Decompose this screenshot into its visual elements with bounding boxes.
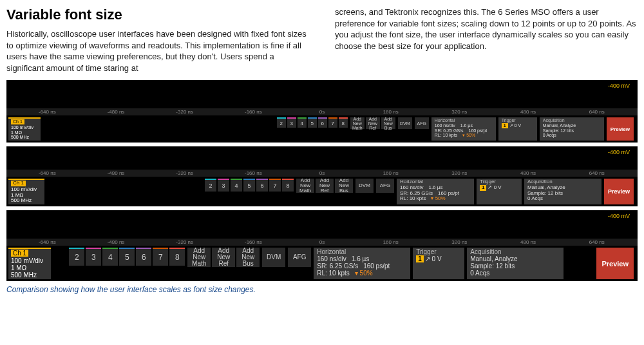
bottom-bar: Ch 1 100 mV/div 1 MΩ 500 MHz 2345678 Add… (6, 246, 638, 281)
add-new-ref-button[interactable]: AddNewRef (212, 248, 235, 267)
dvm-button[interactable]: DVM (398, 117, 412, 129)
trigger-info[interactable]: Trigger 1↗ 0 V (477, 179, 522, 204)
add-new-ref-button[interactable]: AddNewRef (316, 179, 334, 193)
trigger-info[interactable]: Trigger 1↗ 0 V (498, 117, 537, 141)
channel-8-button[interactable]: 8 (169, 248, 185, 266)
add-new-buttons: AddNewMathAddNewRefAddNewBus (296, 179, 353, 204)
afg-button[interactable]: AFG (415, 117, 429, 129)
afg-button[interactable]: AFG (288, 248, 311, 267)
channel-5-button[interactable]: 5 (119, 248, 135, 266)
channel-3-button[interactable]: 3 (86, 248, 101, 266)
trigger-info[interactable]: Trigger 1↗ 0 V (413, 248, 464, 279)
intro-para-left: Historically, oscilloscope user interfac… (6, 28, 309, 74)
acquisition-info[interactable]: Acquisition Manual, Analyze Sample: 12 b… (540, 117, 604, 141)
preview-button[interactable]: Preview (607, 117, 634, 141)
add-new-math-button[interactable]: AddNewMath (296, 179, 314, 193)
channel-8-button[interactable]: 8 (339, 117, 348, 128)
add-new-buttons: AddNewMathAddNewRefAddNewBus (187, 248, 260, 279)
inactive-channel-buttons: 2345678 (69, 248, 185, 279)
channel-2-button[interactable]: 2 (205, 179, 216, 192)
afg-button[interactable]: AFG (376, 179, 394, 193)
horizontal-info[interactable]: Horizontal 160 ns/div1.6 µs SR: 6.25 GS/… (314, 248, 410, 279)
channel-7-button[interactable]: 7 (153, 248, 168, 266)
channel-2-button[interactable]: 2 (69, 248, 84, 266)
dvm-button[interactable]: DVM (262, 248, 285, 267)
add-new-bus-button[interactable]: AddNewBus (236, 248, 260, 267)
waveform-area[interactable]: -400 mV (6, 80, 638, 108)
channel-5-button[interactable]: 5 (243, 179, 255, 192)
channel-4-button[interactable]: 4 (298, 117, 307, 128)
time-axis: -640 ns-480 ns-320 ns-160 ns0s160 ns320 … (6, 170, 638, 177)
inactive-channel-buttons: 2345678 (205, 179, 294, 204)
add-new-bus-button[interactable]: AddNewBus (335, 179, 353, 193)
channel-3-button[interactable]: 3 (287, 117, 296, 128)
channel-6-button[interactable]: 6 (318, 117, 327, 128)
waveform-area[interactable]: -400 mV (6, 146, 638, 170)
channel-6-button[interactable]: 6 (256, 179, 268, 192)
add-new-buttons: AddNewMathAddNewRefAddNewBus (350, 117, 395, 141)
channel-4-button[interactable]: 4 (231, 179, 242, 192)
channel-7-button[interactable]: 7 (328, 117, 337, 128)
cursor-readout: -400 mV (608, 213, 630, 219)
channel-tile-ch1[interactable]: Ch 1 100 mV/div 1 MΩ 500 MHz (8, 117, 41, 141)
channel-5-button[interactable]: 5 (308, 117, 317, 128)
add-new-ref-button[interactable]: AddNewRef (366, 117, 380, 129)
add-new-math-button[interactable]: AddNewMath (187, 248, 211, 267)
channel-3-button[interactable]: 3 (218, 179, 229, 192)
channel-6-button[interactable]: 6 (136, 248, 151, 266)
heading: Variable font size (6, 6, 309, 23)
acquisition-info[interactable]: Acquisition Manual, Analyze Sample: 12 b… (467, 248, 564, 279)
cursor-readout: -400 mV (608, 83, 630, 89)
scope-screenshot-12pt: 12 POINT -400 mV -640 ns-480 ns-320 ns-1… (6, 80, 638, 143)
figure-caption: Comparison showing how the user interfac… (6, 285, 638, 294)
scope-screenshot-20pt: 20 POINT -400 mV -640 ns-480 ns-320 ns-1… (6, 210, 638, 281)
horizontal-info[interactable]: Horizontal 160 ns/div1.6 µs SR: 6.25 GS/… (431, 117, 496, 141)
channel-2-button[interactable]: 2 (277, 117, 286, 128)
channel-4-button[interactable]: 4 (102, 248, 118, 266)
intro-para-right: screens, and Tektronix recognizes this. … (335, 6, 638, 52)
bottom-bar: Ch 1 100 mV/div 1 MΩ 500 MHz 2345678 Add… (6, 115, 638, 143)
time-axis: -640 ns-480 ns-320 ns-160 ns0s160 ns320 … (6, 239, 638, 246)
waveform-area[interactable]: -400 mV (6, 210, 638, 239)
scope-screenshot-default: DEFAULT -400 mV -640 ns-480 ns-320 ns-16… (6, 146, 638, 206)
add-new-math-button[interactable]: AddNewMath (350, 117, 365, 129)
time-axis: -640 ns-480 ns-320 ns-160 ns0s160 ns320 … (6, 108, 638, 115)
inactive-channel-buttons: 2345678 (277, 117, 348, 141)
channel-tile-ch1[interactable]: Ch 1 100 mV/div 1 MΩ 500 MHz (8, 179, 44, 204)
preview-button[interactable]: Preview (596, 248, 634, 279)
preview-button[interactable]: Preview (604, 179, 634, 204)
add-new-bus-button[interactable]: AddNewBus (381, 117, 395, 129)
intro-text-block: Variable font size Historically, oscillo… (6, 6, 638, 74)
cursor-readout: -400 mV (608, 149, 630, 155)
channel-tile-ch1[interactable]: Ch 1 100 mV/div 1 MΩ 500 MHz (8, 248, 51, 279)
channel-7-button[interactable]: 7 (269, 179, 281, 192)
bottom-bar: Ch 1 100 mV/div 1 MΩ 500 MHz 2345678 Add… (6, 177, 638, 206)
dvm-button[interactable]: DVM (355, 179, 374, 193)
channel-8-button[interactable]: 8 (282, 179, 294, 192)
acquisition-info[interactable]: Acquisition Manual, Analyze Sample: 12 b… (524, 179, 601, 204)
horizontal-info[interactable]: Horizontal 160 ns/div1.6 µs SR: 6.25 GS/… (397, 179, 474, 204)
